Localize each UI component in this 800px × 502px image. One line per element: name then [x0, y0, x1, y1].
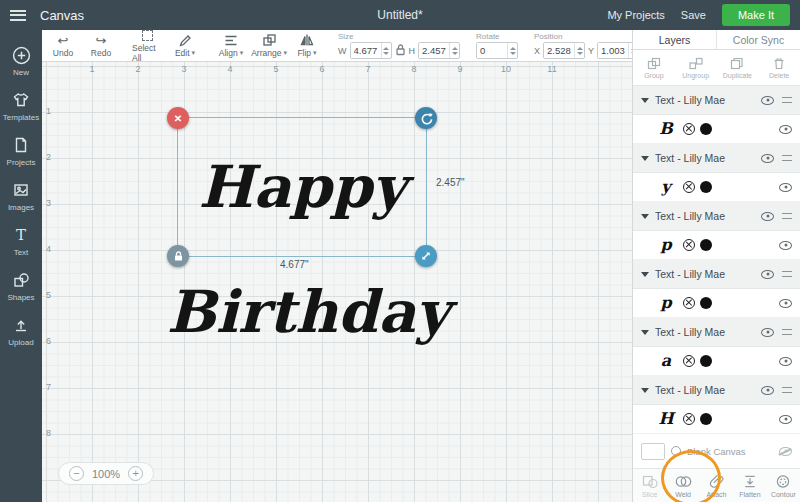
layer-group-header[interactable]: Text - Lilly Mae — [633, 376, 800, 405]
blank-canvas-row[interactable]: Blank Canvas — [633, 434, 800, 468]
cut-operation-icon[interactable] — [683, 123, 695, 135]
cut-operation-icon[interactable] — [683, 355, 695, 367]
save-link[interactable]: Save — [681, 9, 706, 21]
color-swatch[interactable] — [700, 355, 712, 367]
color-swatch[interactable] — [700, 297, 712, 309]
menu-icon[interactable] — [10, 10, 26, 21]
visibility-eye-icon[interactable] — [779, 183, 792, 192]
layer-group-header[interactable]: Text - Lilly Mae — [633, 144, 800, 173]
flatten-button[interactable]: Flatten — [733, 469, 766, 502]
cut-operation-icon[interactable] — [683, 413, 695, 425]
ungroup-button[interactable]: Ungroup — [675, 50, 717, 85]
tab-color-sync[interactable]: Color Sync — [716, 30, 800, 49]
width-input[interactable] — [351, 43, 381, 58]
drag-handle-icon[interactable] — [782, 155, 792, 161]
position-y-input[interactable] — [598, 43, 628, 58]
layer-item[interactable]: B — [633, 115, 800, 144]
position-x-stepper[interactable] — [574, 43, 584, 58]
rotate-stepper[interactable] — [507, 43, 517, 58]
layer-group-header[interactable]: Text - Lilly Mae — [633, 260, 800, 289]
visibility-eye-icon[interactable] — [779, 125, 792, 134]
layer-item[interactable]: p — [633, 289, 800, 318]
visibility-eye-icon[interactable] — [761, 386, 774, 395]
align-dropdown[interactable]: Align▾ — [216, 34, 246, 58]
design-canvas[interactable]: 1 2 3 4 5 6 7 8 9 10 11 1 2 3 4 5 6 7 8 … — [42, 62, 632, 502]
my-projects-link[interactable]: My Projects — [607, 9, 664, 21]
drag-handle-icon[interactable] — [782, 213, 792, 219]
sidebar-item-shapes[interactable]: Shapes — [0, 263, 42, 308]
color-swatch[interactable] — [700, 413, 712, 425]
position-x-field[interactable] — [543, 42, 585, 59]
make-it-button[interactable]: Make It — [722, 4, 790, 26]
lock-handle[interactable] — [167, 245, 189, 267]
color-swatch[interactable] — [700, 239, 712, 251]
width-stepper[interactable] — [381, 43, 391, 58]
position-x-input[interactable] — [544, 43, 574, 58]
visibility-eye-icon[interactable] — [779, 299, 792, 308]
canvas-color-swatch[interactable] — [641, 443, 665, 460]
sidebar-item-projects[interactable]: Projects — [0, 128, 42, 173]
tab-layers[interactable]: Layers — [633, 30, 716, 49]
visibility-eye-icon[interactable] — [761, 154, 774, 163]
collapse-icon[interactable] — [641, 156, 649, 161]
slice-button[interactable]: Slice — [633, 469, 666, 502]
layer-group-header[interactable]: Text - Lilly Mae — [633, 318, 800, 347]
drag-handle-icon[interactable] — [782, 271, 792, 277]
sidebar-item-new[interactable]: New — [0, 38, 42, 83]
collapse-icon[interactable] — [641, 388, 649, 393]
drag-handle-icon[interactable] — [782, 329, 792, 335]
layer-group-header[interactable]: Text - Lilly Mae — [633, 86, 800, 115]
visibility-eye-icon[interactable] — [761, 212, 774, 221]
layer-item[interactable]: a — [633, 347, 800, 376]
cut-operation-icon[interactable] — [683, 181, 695, 193]
visibility-eye-icon[interactable] — [761, 328, 774, 337]
delete-handle[interactable]: ✕ — [167, 107, 189, 129]
resize-handle[interactable] — [415, 245, 437, 267]
sidebar-item-images[interactable]: Images — [0, 173, 42, 218]
contour-button[interactable]: Contour — [767, 469, 800, 502]
color-swatch[interactable] — [700, 123, 712, 135]
visibility-eye-icon[interactable] — [779, 415, 792, 424]
edit-dropdown[interactable]: Edit▾ — [170, 34, 200, 58]
sidebar-item-templates[interactable]: Templates — [0, 83, 42, 128]
collapse-icon[interactable] — [641, 214, 649, 219]
layer-item[interactable]: H — [633, 405, 800, 434]
visibility-eye-icon[interactable] — [761, 270, 774, 279]
collapse-icon[interactable] — [641, 330, 649, 335]
height-input[interactable] — [419, 43, 449, 58]
width-field[interactable] — [350, 42, 392, 59]
rotate-input[interactable] — [477, 43, 507, 58]
collapse-icon[interactable] — [641, 98, 649, 103]
layer-item[interactable]: y — [633, 173, 800, 202]
selection-bounding-box[interactable]: ✕ — [177, 117, 427, 257]
height-stepper[interactable] — [449, 43, 459, 58]
flip-dropdown[interactable]: Flip▾ — [292, 34, 322, 58]
zoom-in-button[interactable]: + — [128, 466, 143, 481]
cut-operation-icon[interactable] — [683, 239, 695, 251]
sidebar-item-upload[interactable]: Upload — [0, 308, 42, 353]
aspect-lock-icon[interactable] — [395, 42, 406, 60]
cut-operation-icon[interactable] — [683, 297, 695, 309]
visibility-eye-icon[interactable] — [779, 241, 792, 250]
group-button[interactable]: Group — [633, 50, 675, 85]
drag-handle-icon[interactable] — [782, 97, 792, 103]
undo-button[interactable]: Undo — [48, 34, 78, 58]
height-field[interactable] — [418, 42, 460, 59]
collapse-icon[interactable] — [641, 272, 649, 277]
attach-button[interactable]: Attach — [700, 469, 733, 502]
sidebar-item-text[interactable]: T Text — [0, 218, 42, 263]
visibility-eye-icon[interactable] — [779, 357, 792, 366]
select-all-button[interactable]: Select All — [132, 29, 162, 63]
layer-item[interactable]: p — [633, 231, 800, 260]
duplicate-button[interactable]: Duplicate — [717, 50, 759, 85]
weld-button[interactable]: Weld — [666, 469, 699, 502]
drag-handle-icon[interactable] — [782, 387, 792, 393]
rotate-field[interactable] — [476, 42, 518, 59]
visibility-eye-icon[interactable] — [761, 96, 774, 105]
color-swatch[interactable] — [700, 181, 712, 193]
arrange-dropdown[interactable]: Arrange▾ — [254, 34, 284, 58]
layer-group-header[interactable]: Text - Lilly Mae — [633, 202, 800, 231]
redo-button[interactable]: Redo — [86, 34, 116, 58]
delete-button[interactable]: Delete — [758, 50, 800, 85]
zoom-out-button[interactable]: − — [69, 466, 84, 481]
